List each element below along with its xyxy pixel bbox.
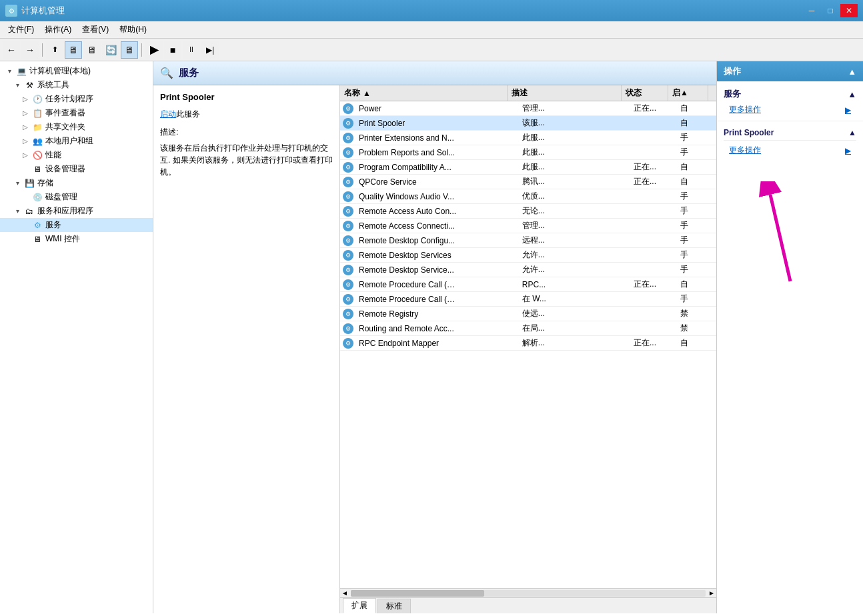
sidebar-system-tools-label: 系统工具	[37, 79, 69, 91]
menu-file[interactable]: 文件(F)	[3, 22, 39, 37]
action-printspooler-section: Print Spooler ▲ 更多操作 ▶	[717, 121, 863, 161]
sidebar-item-event-viewer[interactable]: ▷ 📋 事件查看器	[0, 106, 153, 120]
service-row-rds[interactable]: ⚙ Remote Desktop Services 允许... 手	[340, 248, 716, 263]
restart-button[interactable]: ▶|	[201, 41, 219, 59]
sidebar-item-system-tools[interactable]: ▾ ⚒ 系统工具	[0, 78, 153, 92]
svc-startup-ps: 自	[676, 116, 716, 130]
sidebar: ▾ 💻 计算机管理(本地) ▾ ⚒ 系统工具 ▷ 🕐 任务计划程序 ▷ 📋 事件…	[0, 61, 153, 613]
action-printspooler-title: Print Spooler ▲	[724, 125, 856, 141]
col-header-status[interactable]: 状态	[622, 85, 668, 101]
shared-icon: 📁	[32, 122, 43, 133]
tabs-bar: 扩展 标准	[340, 597, 716, 613]
scroll-left-button[interactable]: ◄	[340, 589, 349, 597]
sidebar-perf-label: 性能	[45, 149, 61, 161]
pause-button[interactable]: II	[183, 41, 200, 59]
service-row-rpc2[interactable]: ⚙ Remote Procedure Call (… 在 W... 手	[340, 292, 716, 307]
service-row-remote-registry[interactable]: ⚙ Remote Registry 使远... 禁	[340, 307, 716, 321]
view-button-1[interactable]: 🖥	[65, 41, 82, 59]
tab-standard[interactable]: 标准	[377, 599, 411, 613]
collapse-icon: ▲	[848, 67, 856, 77]
scroll-right-button[interactable]: ►	[707, 589, 716, 597]
svc-startup-rpc2: 手	[676, 292, 716, 306]
col-header-startup[interactable]: 启▲	[668, 85, 708, 101]
service-row-rpc1[interactable]: ⚙ Remote Procedure Call (… RPC... 正在... …	[340, 277, 716, 292]
stop-button[interactable]: ■	[164, 41, 181, 59]
pink-arrow-annotation	[750, 181, 804, 290]
sidebar-item-services-apps[interactable]: ▾ 🗂 服务和应用程序	[0, 204, 153, 218]
svc-startup-rac: 手	[676, 219, 716, 233]
svc-name-rdsu: Remote Desktop Service...	[355, 263, 518, 277]
svc-row-icon-pc: ⚙	[343, 162, 353, 173]
svc-desc-ps: 该服...	[518, 116, 630, 130]
sidebar-users-label: 本地用户和组	[45, 135, 93, 147]
svc-desc-pe: 此服...	[518, 131, 630, 145]
play-button[interactable]: ▶	[145, 41, 163, 59]
svc-desc-power: 管理...	[518, 101, 630, 115]
col-header-desc[interactable]: 描述	[508, 85, 622, 101]
menu-bar: 文件(F) 操作(A) 查看(V) 帮助(H)	[0, 21, 863, 39]
view-button-2[interactable]: 🖥	[83, 41, 101, 59]
svc-desc-rac: 管理...	[518, 219, 630, 233]
svc-startup-pr: 手	[676, 145, 716, 159]
service-row-prog-compat[interactable]: ⚙ Program Compatibility A... 此服... 正在...…	[340, 160, 716, 175]
back-button[interactable]: ←	[3, 41, 20, 59]
sidebar-item-root[interactable]: ▾ 💻 计算机管理(本地)	[0, 64, 153, 78]
refresh-button2[interactable]: 🔄	[102, 41, 119, 59]
service-row-rac[interactable]: ⚙ Remote Access Connecti... 管理... 手	[340, 219, 716, 233]
sidebar-item-performance[interactable]: ▷ 🚫 性能	[0, 148, 153, 162]
expand-icon-task: ▷	[21, 95, 29, 103]
scroll-thumb[interactable]	[351, 590, 484, 597]
info-service-name: Print Spooler	[160, 92, 333, 102]
service-row-raac[interactable]: ⚙ Remote Access Auto Con... 无论... 手	[340, 204, 716, 219]
svc-startup-rpm: 自	[676, 336, 716, 350]
sidebar-item-storage[interactable]: ▾ 💾 存储	[0, 176, 153, 190]
horizontal-scrollbar[interactable]: ◄ ►	[340, 588, 716, 597]
sidebar-item-device-manager[interactable]: ▷ 🖥 设备管理器	[0, 162, 153, 176]
service-row-qwav[interactable]: ⚙ Quality Windows Audio V... 优质... 手	[340, 189, 716, 204]
service-row-qpcore[interactable]: ⚙ QPCore Service 腾讯... 正在... 自	[340, 175, 716, 189]
maximize-button[interactable]: □	[822, 4, 839, 17]
sidebar-shared-label: 共享文件夹	[45, 121, 85, 133]
forward-button[interactable]: →	[21, 41, 39, 59]
sidebar-item-local-users[interactable]: ▷ 👥 本地用户和组	[0, 134, 153, 148]
sort-icon-name: ▲	[363, 89, 371, 98]
refresh-button[interactable]: ⬆	[46, 41, 63, 59]
service-row-rdconfig[interactable]: ⚙ Remote Desktop Configu... 远程... 手	[340, 233, 716, 248]
expand-icon-shared: ▷	[21, 123, 29, 131]
sidebar-item-disk-mgmt[interactable]: ▷ 💿 磁盘管理	[0, 190, 153, 204]
sidebar-item-wmi[interactable]: ▷ 🖥 WMI 控件	[0, 232, 153, 246]
info-start-link[interactable]: 启动	[160, 109, 176, 119]
menu-view[interactable]: 查看(V)	[77, 22, 114, 37]
service-row-routing[interactable]: ⚙ Routing and Remote Acc... 在局... 禁	[340, 321, 716, 336]
service-row-printer-ext[interactable]: ⚙ Printer Extensions and N... 此服... 手	[340, 131, 716, 145]
expand-icon-perf: ▷	[21, 151, 29, 159]
info-description: 该服务在后台执行打印作业并处理与打印机的交互. 如果关闭该服务，则无法进行打印或…	[160, 142, 333, 178]
sidebar-item-shared-folders[interactable]: ▷ 📁 共享文件夹	[0, 120, 153, 134]
action-more-ops-1[interactable]: 更多操作 ▶	[724, 103, 856, 117]
minimize-button[interactable]: ─	[803, 4, 820, 17]
close-button[interactable]: ✕	[840, 4, 858, 17]
sidebar-item-services[interactable]: ▷ ⚙ 服务	[0, 218, 153, 232]
service-row-power[interactable]: ⚙ Power 管理... 正在... 自	[340, 101, 716, 116]
svc-status-qw	[630, 189, 676, 203]
menu-help[interactable]: 帮助(H)	[114, 22, 152, 37]
sidebar-item-task-scheduler[interactable]: ▷ 🕐 任务计划程序	[0, 92, 153, 106]
svc-row-icon-ps: ⚙	[343, 118, 353, 129]
menu-action[interactable]: 操作(A)	[39, 22, 77, 37]
service-row-print-spooler[interactable]: ⚙ Print Spooler 该服... 自	[340, 116, 716, 131]
service-row-rdsu[interactable]: ⚙ Remote Desktop Service... 允许... 手	[340, 263, 716, 277]
window-title: 计算机管理	[21, 5, 65, 17]
svc-startup-pc: 自	[676, 160, 716, 174]
col-header-name[interactable]: 名称 ▲	[340, 85, 508, 101]
svc-desc-rdsu: 允许...	[518, 263, 630, 277]
sidebar-svcapps-label: 服务和应用程序	[37, 205, 93, 217]
tab-expand[interactable]: 扩展	[343, 598, 376, 613]
settings-button[interactable]: 🖥	[121, 41, 138, 59]
scroll-track	[351, 590, 706, 597]
action-more-ops-2[interactable]: 更多操作 ▶	[724, 143, 856, 157]
service-row-problem-reports[interactable]: ⚙ Problem Reports and Sol... 此服... 手	[340, 145, 716, 160]
svc-row-icon: ⚙	[343, 103, 353, 114]
service-row-rpc-mapper[interactable]: ⚙ RPC Endpoint Mapper 解析... 正在... 自	[340, 336, 716, 351]
svc-icon: ⚙	[32, 220, 43, 231]
toolbar-separator-2	[141, 43, 142, 57]
